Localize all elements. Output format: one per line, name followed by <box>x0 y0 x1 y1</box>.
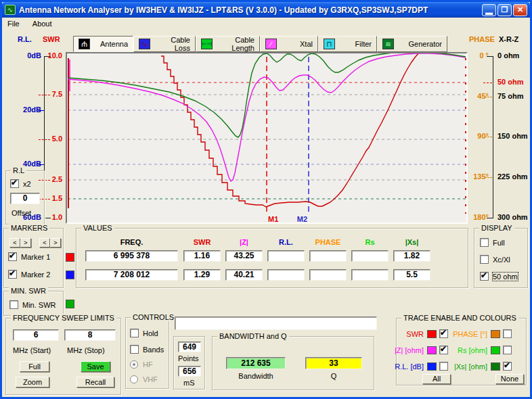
col-header-freq: FREQ. <box>85 238 178 246</box>
tab-filter[interactable]: ⊓ Filter <box>318 36 377 52</box>
chart-svg: M1M2 <box>67 53 466 222</box>
marker2-rl-value <box>267 269 305 281</box>
right-axis-line <box>493 56 493 218</box>
ohm-tick-label: 0 ohm <box>497 51 531 60</box>
cable-loss-icon: ∿ <box>139 39 150 49</box>
swr-trace-swatch[interactable] <box>427 330 437 338</box>
min-swr-label: Min. SWR <box>22 301 56 309</box>
controls-group: CONTROLS Hold Bands HF VHF <box>125 317 169 389</box>
all-button[interactable]: All <box>422 374 451 384</box>
ohm-tick-label: 150 ohm <box>497 132 531 141</box>
xrz-axis-header: X-R-Z <box>499 35 518 43</box>
rs-trace-swatch[interactable] <box>491 346 500 354</box>
marker-2-label: M2 <box>297 215 307 222</box>
display-full-label: Full <box>493 239 505 247</box>
ms-label: mS <box>183 379 195 387</box>
sweep-limits-group: FREQUENCY SWEEP LIMITS 6 8 MHz (Start) M… <box>5 318 121 395</box>
marker2-color-swatch <box>66 271 74 279</box>
marker2-next-button[interactable]: > <box>50 238 61 248</box>
ms-value: 656 <box>178 366 201 377</box>
none-button[interactable]: None <box>495 374 524 384</box>
xs-trace-swatch[interactable] <box>491 362 500 371</box>
min-swr-color-swatch <box>66 300 74 308</box>
marker1-prev-button[interactable]: < <box>9 238 20 248</box>
window-title: Antenna Network Analyser by IW3HEV & IW3… <box>19 5 481 15</box>
rl-offset-input[interactable]: 0 <box>10 193 40 204</box>
recall-button[interactable]: Recall <box>76 377 114 388</box>
swr-trace-checkbox[interactable] <box>439 329 448 338</box>
mhz-start-label: MHz (Start) <box>13 346 51 354</box>
col-header-rl: R.L. <box>267 238 305 246</box>
swr-axis-header: SWR <box>43 35 60 43</box>
phase-trace-label: PHASE [°] <box>449 330 487 338</box>
bands-label: Bands <box>143 346 164 354</box>
phase-trace-checkbox[interactable] <box>503 329 512 338</box>
z-trace-label: |Z| [ohm] <box>389 346 424 354</box>
freq-stop-input[interactable]: 8 <box>64 329 116 341</box>
col-header-rs: Rs <box>351 238 389 246</box>
display-50ohm-label: 50 ohm <box>493 273 518 281</box>
tab-generator[interactable]: ≋ Generator <box>377 36 447 52</box>
chart-plot-area[interactable]: M1M2 <box>66 52 468 224</box>
bandwidth-label: Bandwidth <box>226 372 286 380</box>
rl-axis-header: R.L. <box>18 35 32 43</box>
display-full-checkbox[interactable] <box>480 238 489 247</box>
marker1-label: Marker 1 <box>21 253 50 261</box>
offset-label: Offset <box>12 209 31 217</box>
command-input[interactable] <box>175 316 377 330</box>
marker2-checkbox[interactable] <box>8 270 17 279</box>
z-trace <box>68 53 466 181</box>
axis-tick <box>39 95 50 95</box>
app-window: ∿ Antenna Network Analyser by IW3HEV & I… <box>0 0 532 399</box>
hf-radio[interactable] <box>130 360 138 369</box>
markers-group: MARKERS < > < > Marker 1 Marker 2 <box>3 228 64 288</box>
min-swr-checkbox[interactable] <box>9 300 18 309</box>
generator-icon: ≋ <box>382 39 394 49</box>
tab-cable-loss[interactable]: ∿ Cable Loss <box>133 36 196 52</box>
minimize-button[interactable]: ▬ <box>482 4 496 16</box>
menu-bar: File About <box>2 18 530 30</box>
trace-enable-group: TRACE ENABLE AND COLOURS SWR PHASE [°] |… <box>396 318 527 385</box>
ohm-tick-label: 225 ohm <box>497 172 531 181</box>
marker1-z-value: 43.25 <box>225 250 263 262</box>
z-trace-checkbox[interactable] <box>439 346 448 354</box>
axis-tick <box>485 137 492 137</box>
freq-start-input[interactable]: 6 <box>13 329 59 341</box>
marker2-prev-button[interactable]: < <box>39 238 50 248</box>
menu-about[interactable]: About <box>27 18 58 30</box>
maximize-button[interactable]: ❐ <box>497 4 512 16</box>
menu-file[interactable]: File <box>2 18 25 30</box>
col-header-xs: |Xs| <box>393 238 430 246</box>
x2-checkbox[interactable] <box>10 179 19 188</box>
tab-cable-length[interactable]: ⊢⊣ Cable Length <box>196 36 260 52</box>
marker1-freq-value: 6 995 378 <box>85 250 178 262</box>
hf-label: HF <box>143 360 153 369</box>
ohm-tick-label: 300 ohm <box>497 213 531 222</box>
title-bar[interactable]: ∿ Antenna Network Analyser by IW3HEV & I… <box>2 2 530 18</box>
vhf-radio[interactable] <box>130 375 138 383</box>
display-xcxl-checkbox[interactable] <box>480 255 489 264</box>
marker1-color-swatch <box>66 253 74 262</box>
q-label: Q <box>305 372 362 380</box>
hold-checkbox[interactable] <box>130 329 139 337</box>
min-swr-group: MIN. SWR Min. SWR <box>3 291 64 316</box>
marker1-next-button[interactable]: > <box>20 238 31 248</box>
rl-trace-swatch[interactable] <box>427 362 437 371</box>
axis-tick <box>39 139 50 140</box>
ohm-tick-label: 75 ohm <box>497 92 531 101</box>
zoom-button[interactable]: Zoom <box>16 377 49 388</box>
close-button[interactable]: ✕ <box>513 4 527 16</box>
tab-xtal[interactable]: ∕ Xtal <box>260 36 318 52</box>
display-50ohm-checkbox[interactable] <box>480 272 489 281</box>
xs-trace-checkbox[interactable] <box>503 362 512 371</box>
save-button[interactable]: Save <box>81 361 110 372</box>
marker1-checkbox[interactable] <box>8 252 17 261</box>
z-trace-swatch[interactable] <box>427 346 437 354</box>
tab-antenna[interactable]: Ψ Antenna <box>73 36 133 52</box>
points-label: Points <box>178 354 199 362</box>
phase-trace-swatch[interactable] <box>491 330 500 338</box>
col-header-swr: SWR <box>183 238 221 246</box>
bands-checkbox[interactable] <box>130 345 139 354</box>
rs-trace-checkbox[interactable] <box>503 346 512 354</box>
full-button[interactable]: Full <box>20 361 49 372</box>
